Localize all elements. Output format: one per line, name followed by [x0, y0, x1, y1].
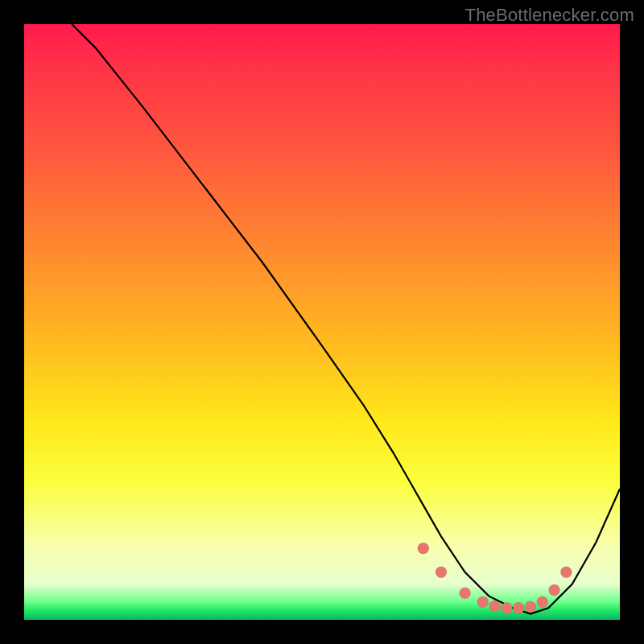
marker-group — [418, 543, 572, 613]
marker-dot — [489, 601, 501, 612]
marker-dot — [501, 602, 512, 613]
marker-dot — [460, 588, 471, 599]
chart-overlay — [24, 24, 620, 620]
marker-dot — [477, 597, 489, 608]
marker-dot — [418, 543, 429, 554]
bottleneck-curve — [72, 24, 620, 614]
marker-dot — [513, 602, 524, 613]
marker-dot — [525, 601, 536, 613]
plot-area — [24, 24, 620, 620]
marker-dot — [549, 584, 560, 596]
marker-dot — [537, 597, 548, 608]
marker-dot — [560, 567, 572, 578]
watermark-text: TheBottlenecker.com — [465, 5, 634, 26]
marker-dot — [436, 567, 447, 578]
chart-frame: TheBottlenecker.com — [0, 0, 644, 644]
